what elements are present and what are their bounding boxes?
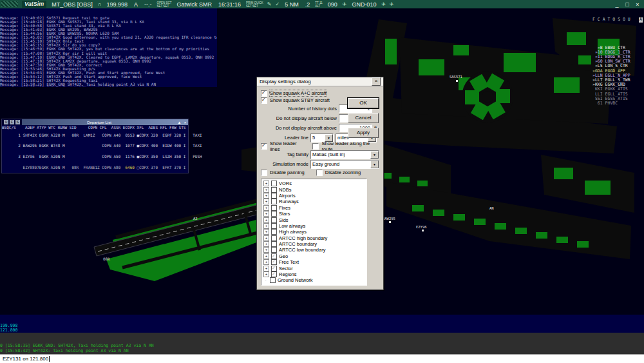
tree-item-checkbox[interactable]: ✓ bbox=[271, 253, 277, 259]
controller-list-header[interactable]: F C A T O S O U A bbox=[592, 17, 643, 22]
tree-item-checkbox[interactable] bbox=[271, 211, 277, 217]
tree-item[interactable]: + VORs bbox=[263, 181, 366, 186]
expand-icon[interactable]: + bbox=[263, 217, 269, 223]
close-icon[interactable]: × bbox=[182, 121, 188, 124]
aircraft-label[interactable]: EZY96 bbox=[416, 225, 427, 229]
expand-icon[interactable]: + bbox=[263, 241, 269, 247]
show-squawk-ac-checkbox[interactable] bbox=[261, 90, 267, 97]
chat-channel-item[interactable]: 121.800 bbox=[0, 328, 644, 333]
tree-item-checkbox[interactable]: ✓ bbox=[271, 266, 277, 271]
dialog-close-icon[interactable]: × bbox=[372, 77, 381, 86]
list-filter-button[interactable]: U bbox=[4, 120, 8, 124]
prim-quick-set-indicator[interactable]: PRIM QUICK SET SET bbox=[246, 1, 263, 8]
range-setting[interactable]: 5 NM bbox=[283, 1, 300, 8]
expand-icon[interactable]: + bbox=[263, 193, 269, 199]
minimize-button[interactable]: _ bbox=[613, 1, 621, 8]
tree-item[interactable]: + Sids bbox=[263, 217, 366, 222]
tree-item[interactable]: + ✓ Regions bbox=[263, 271, 366, 277]
chat-history[interactable]: 0 [15:58:35] EGKK_GND: SHT42X, Taxi hold… bbox=[0, 333, 644, 354]
tree-item-checkbox[interactable] bbox=[271, 187, 277, 193]
apply-button[interactable]: Apply bbox=[348, 128, 379, 138]
aircraft-label[interactable]: SAS571 bbox=[450, 75, 462, 79]
window-grip[interactable] bbox=[1, 1, 18, 7]
tree-item-checkbox[interactable] bbox=[271, 193, 277, 199]
expand-icon[interactable]: + bbox=[263, 229, 269, 235]
list-filter-button[interactable]: S bbox=[15, 120, 20, 124]
show-squawk-stby-checkbox[interactable] bbox=[261, 97, 267, 104]
tree-item[interactable]: + ARTCC boundary bbox=[263, 241, 366, 247]
assigned-squawk[interactable]: 1077 bbox=[125, 143, 134, 148]
chat-channel-item[interactable]: 199.998 bbox=[0, 324, 644, 328]
controller-row[interactable]: 61 PHVBC bbox=[592, 101, 643, 106]
disable-zooming-checkbox[interactable] bbox=[316, 170, 323, 176]
tree-item[interactable]: + NDBs bbox=[263, 186, 366, 192]
list-filter-button[interactable]: F bbox=[10, 120, 14, 124]
command-input-value[interactable]: EZY131 on 121.800 bbox=[3, 356, 48, 362]
ok-button[interactable]: OK bbox=[348, 98, 379, 108]
tree-item-checkbox[interactable] bbox=[271, 205, 277, 211]
tree-item-checkbox[interactable] bbox=[271, 241, 277, 247]
tree-item-checkbox[interactable] bbox=[271, 223, 277, 229]
expand-icon[interactable]: + bbox=[263, 223, 269, 229]
departure-list-titlebar[interactable]: UFS Departure List ▲ × bbox=[2, 119, 188, 125]
assigned-squawk[interactable]: 1176 bbox=[125, 154, 134, 159]
tree-item[interactable]: + Runways bbox=[263, 199, 366, 204]
aircraft-label[interactable]: A3 bbox=[193, 217, 198, 221]
cancel-button[interactable]: Cancel bbox=[348, 113, 379, 123]
chat-line[interactable]: 0 [15:58:42] SHT42X: Taxi holding point … bbox=[0, 348, 129, 353]
tree-item[interactable]: + High airways bbox=[263, 229, 366, 235]
sort-icon[interactable]: A bbox=[639, 17, 643, 22]
message-log[interactable]: Message: [15:40:02] SAS571 Request taxi … bbox=[0, 8, 217, 87]
altitude-filter-value[interactable]: .2 bbox=[304, 1, 312, 8]
chevron-down-icon[interactable]: ▼ bbox=[370, 151, 379, 159]
expand-icon[interactable]: + bbox=[263, 253, 269, 259]
tree-item-checkbox[interactable]: ✓ bbox=[271, 259, 277, 265]
departure-list-window[interactable]: UFS Departure List ▲ × BSQC/S ADEP ATYP … bbox=[1, 119, 189, 173]
restore-button[interactable]: □ bbox=[623, 1, 631, 8]
show-leader-lines-checkbox[interactable] bbox=[261, 143, 267, 150]
controller-callsign-button[interactable]: MT_OBS [OBS] bbox=[50, 1, 94, 8]
tree-item-checkbox[interactable] bbox=[271, 181, 277, 186]
expand-icon[interactable]: + bbox=[263, 247, 269, 253]
squawk-value[interactable]: --.- bbox=[143, 1, 153, 8]
expand-icon[interactable]: + bbox=[263, 266, 269, 271]
tree-item[interactable]: + ✓ Free Text bbox=[263, 259, 366, 265]
close-button[interactable]: × bbox=[634, 1, 641, 8]
expand-icon[interactable]: + bbox=[263, 181, 269, 186]
display-items-tree[interactable]: + VORs + NDBs + Airports + Runways + Fix… bbox=[261, 179, 367, 286]
simulation-mode-select[interactable]: Easy ground ▼ bbox=[310, 160, 379, 169]
tree-item[interactable]: + ✓ Geo bbox=[263, 253, 366, 259]
tree-item[interactable]: + ✓ Sector bbox=[263, 265, 366, 271]
tree-item-checkbox[interactable] bbox=[271, 235, 277, 241]
expand-icon[interactable]: + bbox=[263, 187, 269, 193]
alt-filter-indicator[interactable]: TT 11 ALT bbox=[315, 1, 322, 8]
expand-icon[interactable]: + bbox=[263, 259, 269, 265]
chat-channel-list[interactable]: 199.998121.800serverMessage bbox=[0, 315, 644, 333]
dialog-titlebar[interactable]: Display settings dialog × bbox=[257, 77, 383, 86]
tree-item-checkbox[interactable]: ✓ bbox=[271, 271, 277, 277]
departure-list-header[interactable]: BSQC/S ADEP ATYP WTC RUNW SID COPN CFL A… bbox=[2, 125, 188, 130]
assigned-squawk[interactable]: 6460 bbox=[125, 165, 134, 170]
leader-along-route-checkbox[interactable] bbox=[312, 143, 319, 150]
expand-icon[interactable]: - bbox=[263, 278, 268, 282]
chevron-down-icon[interactable]: ▼ bbox=[370, 161, 379, 168]
arrival-plane-icon[interactable]: ✈ bbox=[390, 1, 394, 7]
disable-panning-checkbox[interactable] bbox=[261, 170, 267, 176]
expand-icon[interactable]: + bbox=[263, 205, 269, 211]
tree-item-checkbox[interactable] bbox=[270, 277, 276, 283]
tree-item[interactable]: + Low airways bbox=[263, 223, 366, 229]
chat-line[interactable]: 0 [15:58:35] EGKK_GND: SHT42X, Taxi hold… bbox=[0, 343, 154, 348]
assigned-squawk[interactable]: 0553 bbox=[125, 133, 134, 137]
expand-icon[interactable]: + bbox=[263, 199, 269, 204]
sector-set-indicator[interactable]: OPEN SCT SET SET bbox=[157, 1, 172, 8]
active-display-name[interactable]: Gatwick SMR bbox=[176, 1, 214, 8]
departure-row[interactable]: 1 SHT42X EGKK A320 M 08R LAM1Z COPN A40 … bbox=[2, 130, 188, 141]
headset-icon[interactable]: ∩ bbox=[98, 1, 102, 7]
departure-row[interactable]: 2 BAW295 EGKK B748 M COPN A40 1077 ■COPX… bbox=[2, 141, 188, 152]
expand-icon[interactable]: + bbox=[263, 211, 269, 217]
station-label[interactable]: GND-010 bbox=[350, 1, 377, 8]
tree-item-checkbox[interactable] bbox=[271, 247, 277, 253]
tag-family-select[interactable]: Matias (built in) ▼ bbox=[310, 150, 379, 159]
tree-item-checkbox[interactable] bbox=[271, 199, 277, 204]
aircraft-label[interactable]: BAW295 bbox=[383, 217, 395, 221]
